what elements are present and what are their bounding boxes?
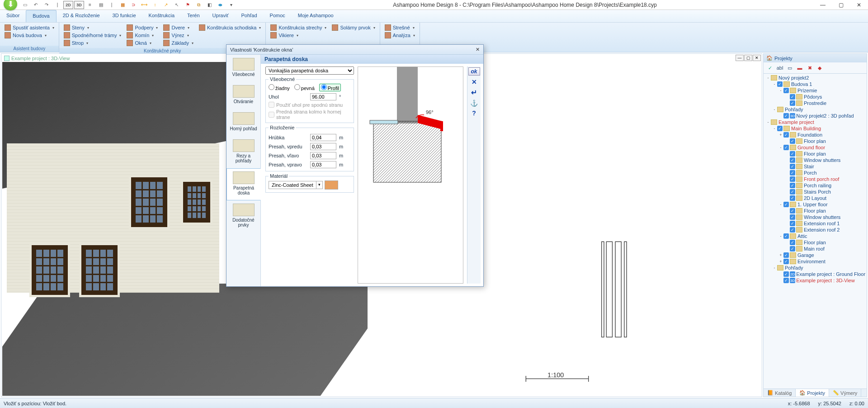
view-minimize-button[interactable]: — bbox=[736, 55, 744, 61]
tree-checkbox-icon[interactable]: ✓ bbox=[790, 195, 795, 201]
material-swatch[interactable] bbox=[325, 180, 338, 190]
tree-checkbox-icon[interactable]: ✓ bbox=[790, 208, 795, 213]
ribbon-kon-trukcia-schodiska[interactable]: Konštrukcia schodiska▾ bbox=[197, 24, 263, 31]
proj-window-icon[interactable]: ▭ bbox=[785, 64, 794, 72]
tree-row[interactable]: ✓3DNový projekt2 : 3D pohľad bbox=[764, 113, 867, 119]
tree-row[interactable]: -✓Main Building bbox=[764, 125, 867, 132]
tree-row[interactable]: +✓Garage bbox=[764, 252, 867, 258]
tree-row[interactable]: ✓Extension roof 1 bbox=[764, 220, 867, 227]
ribbon-sol-rny-prvok[interactable]: Solárny prvok▾ bbox=[330, 24, 377, 31]
ribbon-kon-trukcia-strechy[interactable]: Konštrukcia strechy▾ bbox=[269, 24, 328, 31]
tree-row[interactable]: +✓Environment bbox=[764, 258, 867, 265]
ribbon-anal-za[interactable]: Analýza▾ bbox=[383, 32, 417, 39]
qat-redo-icon[interactable]: ↷ bbox=[42, 1, 52, 9]
tree-row[interactable]: -✓Prízemie bbox=[764, 87, 867, 94]
tree-row[interactable]: ✓Floor plan bbox=[764, 208, 867, 214]
tree-checkbox-icon[interactable]: ✓ bbox=[790, 240, 795, 245]
dialog-tab-otv-ranie[interactable]: Otváranie bbox=[226, 82, 260, 109]
input-over-right[interactable] bbox=[310, 161, 336, 168]
tree-checkbox-icon[interactable]: ✓ bbox=[790, 176, 795, 182]
input-angle[interactable] bbox=[310, 93, 336, 100]
proj-cube-icon[interactable]: ◆ bbox=[815, 64, 824, 72]
tree-row[interactable]: ✓Stair bbox=[764, 163, 867, 170]
sill-type-select[interactable]: Vonkajšia parapetná doska bbox=[265, 66, 354, 75]
tree-row[interactable]: -Nový projekt2 bbox=[764, 75, 867, 81]
tree-row[interactable]: ✓Floor plan bbox=[764, 138, 867, 144]
ribbon-okn-[interactable]: Okná▾ bbox=[125, 39, 160, 47]
tree-row[interactable]: ✓2DExample project : Ground Floor bbox=[764, 271, 867, 277]
qat-copy-icon[interactable]: ⧉ bbox=[193, 1, 203, 9]
tree-row[interactable]: ✓Main roof bbox=[764, 246, 867, 252]
tree-row[interactable]: ✓Extension roof 2 bbox=[764, 227, 867, 233]
ribbon-spusti-asistenta[interactable]: Spustiť asistenta▾ bbox=[3, 24, 56, 31]
check-front-perp[interactable]: Predná strana kolmo k hornej strane bbox=[269, 109, 351, 120]
tree-checkbox-icon[interactable]: ✓ bbox=[790, 157, 795, 163]
input-thickness[interactable] bbox=[310, 134, 336, 141]
proj-delete-icon[interactable]: ▬ bbox=[795, 64, 804, 72]
ribbon-z-klady[interactable]: Základy▾ bbox=[161, 39, 195, 47]
tree-row[interactable]: ✓Porch railing bbox=[764, 182, 867, 189]
tree-row[interactable]: ✓Porch bbox=[764, 170, 867, 176]
qat-grid-icon[interactable]: ▦ bbox=[118, 1, 127, 9]
tree-checkbox-icon[interactable]: ✓ bbox=[790, 246, 795, 251]
dialog-cancel-icon[interactable]: ✕ bbox=[472, 78, 477, 85]
tree-checkbox-icon[interactable]: ✓ bbox=[790, 183, 795, 188]
menu-pomoc[interactable]: Pomoc bbox=[264, 10, 292, 22]
tree-checkbox-icon[interactable]: ✓ bbox=[790, 214, 795, 220]
qat-paint-icon[interactable]: ⬬ bbox=[215, 1, 225, 9]
ribbon-steny[interactable]: Steny▾ bbox=[62, 24, 123, 31]
tree-row[interactable]: ✓Window shutters bbox=[764, 214, 867, 220]
proj-check-icon[interactable]: ✓ bbox=[765, 64, 774, 72]
tab-catalog[interactable]: 📙Katalóg bbox=[764, 389, 796, 397]
qat-magnet-icon[interactable]: ⊃ bbox=[128, 1, 138, 9]
tree-checkbox-icon[interactable]: ✓ bbox=[783, 259, 789, 264]
tree-row[interactable]: ✓2D Layout bbox=[764, 195, 867, 201]
tree-checkbox-icon[interactable]: ✓ bbox=[790, 94, 795, 100]
menu-upravi-[interactable]: Upraviť bbox=[206, 10, 235, 22]
menu-ter-n[interactable]: Terén bbox=[181, 10, 206, 22]
ribbon-podpery[interactable]: Podpery▾ bbox=[125, 24, 160, 31]
tree-row[interactable]: -✓Ground floor bbox=[764, 144, 867, 151]
ribbon-spodn-horn-tr-my[interactable]: Spodné/horné trámy▾ bbox=[62, 32, 123, 39]
tree-row[interactable]: -Example project bbox=[764, 119, 867, 125]
menu-s-bor[interactable]: Súbor bbox=[0, 10, 26, 22]
tree-checkbox-icon[interactable]: ✓ bbox=[783, 278, 789, 283]
tree-checkbox-icon[interactable]: ✓ bbox=[783, 202, 789, 207]
tree-row[interactable]: -✓Budova 1 bbox=[764, 81, 867, 87]
ribbon-strop[interactable]: Strop▾ bbox=[62, 39, 123, 47]
tree-row[interactable]: ✓Pôdorys bbox=[764, 94, 867, 100]
dialog-apply-icon[interactable]: ↵ bbox=[471, 88, 477, 97]
tab-projects[interactable]: 🏠Projekty bbox=[796, 389, 829, 397]
dialog-tab-rezy-a-poh-ady[interactable]: Rezy a pohľady bbox=[226, 136, 260, 168]
qat-undo-icon[interactable]: ↶ bbox=[31, 1, 41, 9]
tree-checkbox-icon[interactable]: ✓ bbox=[790, 189, 795, 195]
tree-checkbox-icon[interactable]: ✓ bbox=[783, 233, 789, 239]
ribbon-vikiere[interactable]: Vikiere▾ bbox=[269, 32, 328, 39]
tab-dimensions[interactable]: 📏Výmery bbox=[829, 389, 861, 397]
qat-pointer-icon[interactable]: ↖ bbox=[172, 1, 182, 9]
dialog-tab-dodato-n-prvky[interactable]: Dodatočné prvky bbox=[226, 200, 260, 232]
tree-checkbox-icon[interactable]: ✓ bbox=[783, 145, 789, 150]
qat-ruler-v-icon[interactable]: ↕ bbox=[150, 1, 160, 9]
tree-checkbox-icon[interactable]: ✓ bbox=[783, 88, 789, 93]
menu-3d-funkcie[interactable]: 3D funkcie bbox=[106, 10, 142, 22]
qat-2d-button[interactable]: 2D bbox=[63, 1, 73, 9]
menu-moje-ashampoo[interactable]: Moje Ashampoo bbox=[292, 10, 340, 22]
tree-checkbox-icon[interactable]: ✓ bbox=[790, 170, 795, 176]
dialog-titlebar[interactable]: Vlastnosti 'Konštrukcie okna' ✕ bbox=[226, 45, 483, 55]
tree-row[interactable]: -✓1. Upper floor bbox=[764, 201, 867, 208]
menu-budova[interactable]: Budova bbox=[26, 10, 56, 22]
ribbon-v-rez[interactable]: Výrez▾ bbox=[161, 32, 195, 39]
tree-row[interactable]: +✓Foundation bbox=[764, 132, 867, 138]
tree-checkbox-icon[interactable]: ✓ bbox=[777, 126, 783, 131]
tree-checkbox-icon[interactable]: ✓ bbox=[790, 138, 795, 144]
tree-row[interactable]: ✓3DExample project : 3D-View bbox=[764, 277, 867, 284]
ribbon-dvere[interactable]: Dvere▾ bbox=[161, 24, 195, 31]
tree-row[interactable]: ✓Floor plan bbox=[764, 239, 867, 246]
view-close-button[interactable]: ✕ bbox=[753, 55, 761, 61]
tree-row[interactable]: ✓Floor plan bbox=[764, 151, 867, 157]
input-over-front[interactable] bbox=[310, 143, 336, 150]
proj-rename-icon[interactable]: abl bbox=[775, 64, 784, 72]
minimize-button[interactable]: — bbox=[814, 0, 832, 10]
radio-none[interactable]: žiadny bbox=[269, 84, 290, 91]
